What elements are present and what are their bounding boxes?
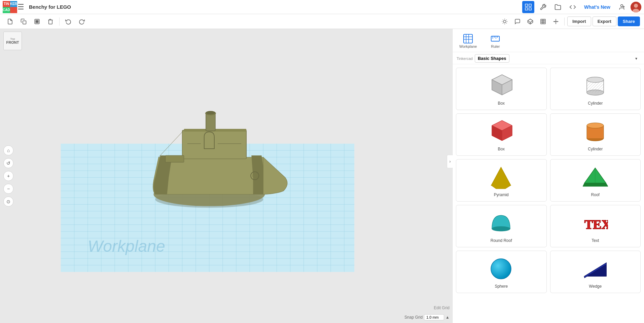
snap-grid-control: Snap Grid ▲: [404, 314, 450, 320]
cylinder-solid-label: Cylinder: [588, 147, 603, 151]
shapes-dropdown[interactable]: Basic Shapes Letters Connectors Featured: [475, 54, 509, 63]
sphere-icon: [488, 255, 515, 282]
svg-rect-29: [541, 19, 545, 24]
edit-grid-label[interactable]: Edit Grid: [434, 306, 450, 310]
app-title: Benchy for LEGO: [29, 4, 71, 10]
snap-grid-input[interactable]: [424, 314, 444, 320]
shape-card-text[interactable]: TEXT Text: [550, 205, 641, 247]
svg-point-121: [587, 123, 604, 128]
main-area: Top FRONT ⌂ ↺ + − ⊙: [0, 29, 644, 323]
zoom-in-button[interactable]: +: [3, 171, 13, 181]
whats-new-button[interactable]: What's New: [581, 3, 613, 11]
settings-button[interactable]: ⊙: [3, 196, 13, 207]
svg-rect-2: [525, 8, 528, 10]
view-cube-face[interactable]: Top FRONT: [3, 32, 22, 50]
svg-rect-84: [206, 113, 215, 131]
ruler-view-button[interactable]: [550, 16, 562, 27]
shape-card-cylinder-hole[interactable]: Cylinder: [550, 68, 641, 110]
shape-card-pyramid[interactable]: Pyramid: [456, 159, 547, 202]
wedge-icon: [582, 255, 609, 282]
box-hole-icon: [488, 72, 515, 99]
wrench-btn[interactable]: [537, 1, 549, 13]
speech-bubble-button[interactable]: [512, 16, 523, 27]
pyramid-icon: [488, 164, 515, 190]
snap-grid-button[interactable]: [537, 16, 549, 27]
cylinder-solid-icon: [582, 118, 609, 145]
export-button[interactable]: Export: [593, 16, 616, 26]
shape-card-cylinder-solid[interactable]: Cylinder: [550, 113, 641, 156]
shape-card-box-solid[interactable]: Box: [456, 113, 547, 156]
folder-btn[interactable]: [552, 1, 564, 13]
svg-line-27: [530, 21, 533, 22]
orbit-button[interactable]: ↺: [3, 158, 13, 168]
right-panel-header: Workplane Ruler: [453, 29, 644, 52]
delete-button[interactable]: [44, 15, 57, 28]
shapes-selector: Tinkercad Basic Shapes Letters Connector…: [453, 52, 644, 64]
add-user-button[interactable]: [616, 1, 628, 13]
grid-view-btn[interactable]: [522, 1, 534, 13]
svg-rect-12: [36, 20, 37, 21]
svg-rect-14: [36, 22, 37, 23]
shape-card-roof[interactable]: Roof: [550, 159, 641, 202]
home-view-button[interactable]: ⌂: [3, 145, 13, 155]
tab-workplane[interactable]: Workplane: [457, 32, 479, 50]
right-panel: › Workplane: [452, 29, 644, 323]
top-bar: TIN KER CAD ☰ Benchy for LEGO What's New: [0, 0, 644, 14]
svg-point-127: [492, 226, 510, 231]
3d-view-button[interactable]: [525, 16, 536, 27]
svg-point-129: [491, 259, 511, 279]
new-document-button[interactable]: [4, 15, 16, 28]
view-cube-top-label: Top: [10, 37, 15, 40]
shape-card-sphere[interactable]: Sphere: [456, 251, 547, 293]
left-nav: ⌂ ↺ + − ⊙: [3, 145, 13, 207]
panel-collapse-button[interactable]: ›: [452, 155, 453, 168]
group-button[interactable]: [31, 15, 43, 28]
import-button[interactable]: Import: [567, 16, 591, 26]
redo-button[interactable]: [76, 15, 88, 28]
workplane-svg: Workplane: [0, 29, 452, 319]
svg-rect-13: [37, 20, 38, 21]
tab-workplane-label: Workplane: [459, 44, 477, 48]
snap-grid-label: Snap Grid: [404, 315, 423, 320]
svg-line-24: [506, 20, 507, 20]
svg-rect-10: [23, 21, 26, 24]
avatar[interactable]: [631, 2, 641, 12]
shape-card-round-roof[interactable]: Round Roof: [456, 205, 547, 247]
svg-point-4: [621, 4, 623, 7]
svg-rect-92: [464, 34, 472, 43]
hamburger-icon[interactable]: ☰: [17, 3, 24, 11]
shape-card-wedge[interactable]: Wedge: [550, 251, 641, 293]
tab-ruler-label: Ruler: [491, 44, 500, 48]
copy-button[interactable]: [17, 15, 30, 28]
svg-line-23: [503, 23, 503, 23]
svg-point-16: [503, 20, 506, 23]
secondary-toolbar: Import Export Share: [0, 14, 644, 29]
roof-label: Roof: [591, 192, 600, 197]
undo-button[interactable]: [62, 15, 74, 28]
code-btn[interactable]: [567, 1, 579, 13]
svg-rect-0: [525, 4, 528, 6]
view-cube[interactable]: Top FRONT: [3, 32, 24, 52]
svg-rect-87: [165, 155, 184, 162]
text-label: Text: [592, 238, 599, 243]
tab-ruler[interactable]: Ruler: [488, 32, 503, 50]
box-hole-label: Box: [498, 101, 505, 106]
viewport-3d[interactable]: Top FRONT ⌂ ↺ + − ⊙: [0, 29, 452, 323]
shape-card-box-hole[interactable]: Box: [456, 68, 547, 110]
wedge-label: Wedge: [589, 284, 602, 289]
svg-point-86: [206, 111, 215, 114]
separator-2: [564, 17, 565, 26]
roof-icon: [582, 164, 609, 190]
svg-rect-1: [529, 4, 531, 6]
zoom-out-button[interactable]: −: [3, 184, 13, 194]
round-roof-label: Round Roof: [491, 238, 512, 243]
share-button[interactable]: Share: [618, 16, 640, 26]
svg-line-28: [528, 21, 531, 22]
sphere-label: Sphere: [495, 284, 508, 289]
svg-marker-125: [583, 183, 608, 186]
shapes-grid: Box: [453, 64, 644, 323]
pyramid-label: Pyramid: [494, 192, 509, 197]
cylinder-hole-label: Cylinder: [588, 101, 603, 106]
snap-grid-stepper[interactable]: ▲: [445, 315, 450, 320]
light-toggle-button[interactable]: [499, 16, 510, 27]
